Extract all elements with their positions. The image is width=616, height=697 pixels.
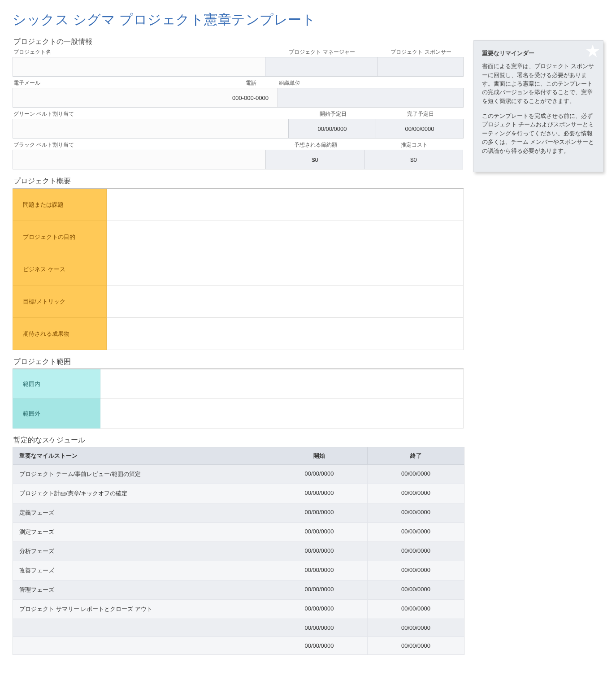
label-org-unit: 組織単位 (278, 79, 464, 88)
sched-col-end: 終了 (368, 447, 464, 465)
table-row: プロジェクト サマリー レポートとクローズ アウト00/00/000000/00… (13, 600, 464, 619)
table-row: 定義フェーズ00/00/000000/00/0000 (13, 503, 464, 523)
table-row: 00/00/000000/00/0000 (13, 619, 464, 637)
scope-out-value[interactable] (100, 399, 464, 429)
end-date-field[interactable] (376, 119, 464, 139)
start-cell[interactable]: 00/00/0000 (271, 600, 368, 619)
start-cell[interactable]: 00/00/0000 (271, 580, 368, 600)
table-row: 00/00/000000/00/0000 (13, 637, 464, 655)
milestone-cell[interactable]: プロジェクト サマリー レポートとクローズ アウト (13, 600, 271, 619)
project-sponsor-field[interactable] (377, 57, 464, 77)
scope-in-value[interactable] (100, 369, 464, 399)
overview-label: 目標/メトリック (13, 286, 107, 318)
label-green-belt: グリーン ベルト割り当て (13, 110, 289, 119)
green-belt-field[interactable] (13, 119, 289, 139)
start-date-field[interactable] (289, 119, 376, 139)
page-title: シックス シグマ プロジェクト憲章テンプレート (13, 11, 603, 29)
email-field[interactable] (13, 88, 223, 108)
label-black-belt: ブラック ベルト割り当て (13, 141, 266, 150)
overview-label: 問題または課題 (13, 189, 107, 221)
scope-table: 範囲内 範囲外 (13, 368, 464, 429)
milestone-cell[interactable]: 定義フェーズ (13, 503, 271, 523)
start-cell[interactable]: 00/00/0000 (271, 523, 368, 542)
start-cell[interactable]: 00/00/0000 (271, 637, 368, 655)
overview-label: プロジェクトの目的 (13, 221, 107, 253)
savings-field[interactable] (266, 150, 364, 169)
reminder-panel: ★ 重要なリマインダー 書面による憲章は、プロジェクト スポンサーに回覧し、署名… (473, 40, 603, 172)
end-cell[interactable]: 00/00/0000 (368, 465, 464, 484)
project-name-field[interactable] (13, 57, 265, 77)
table-row: プロジェクト計画/憲章/キックオフの確定00/00/000000/00/0000 (13, 484, 464, 503)
label-project-manager: プロジェクト マネージャー (265, 48, 377, 57)
overview-value[interactable] (107, 253, 464, 286)
reminder-text: 書面による憲章は、プロジェクト スポンサーに回覧し、署名を受ける必要があります。… (482, 62, 595, 106)
milestone-cell[interactable]: 測定フェーズ (13, 523, 271, 542)
star-icon: ★ (585, 43, 600, 60)
end-cell[interactable]: 00/00/0000 (368, 637, 464, 655)
sched-col-milestone: 重要なマイルストーン (13, 447, 271, 465)
milestone-cell[interactable] (13, 637, 271, 655)
black-belt-field[interactable] (13, 150, 266, 169)
project-manager-field[interactable] (265, 57, 377, 77)
label-start-date: 開始予定日 (289, 110, 376, 119)
scope-in-label: 範囲内 (13, 369, 100, 399)
table-row: 測定フェーズ00/00/000000/00/0000 (13, 523, 464, 542)
milestone-cell[interactable]: プロジェクト計画/憲章/キックオフの確定 (13, 484, 271, 503)
table-row: 分析フェーズ00/00/000000/00/0000 (13, 542, 464, 561)
table-row: 改善フェーズ00/00/000000/00/0000 (13, 561, 464, 580)
end-cell[interactable]: 00/00/0000 (368, 600, 464, 619)
overview-value[interactable] (107, 189, 464, 221)
scope-out-label: 範囲外 (13, 399, 100, 429)
overview-label: 期待される成果物 (13, 318, 107, 350)
label-end-date: 完了予定日 (376, 110, 464, 119)
end-cell[interactable]: 00/00/0000 (368, 503, 464, 523)
phone-field[interactable] (223, 88, 278, 108)
end-cell[interactable]: 00/00/0000 (368, 523, 464, 542)
schedule-table: 重要なマイルストーン 開始 終了 プロジェクト チーム/事前レビュー/範囲の策定… (13, 447, 464, 655)
sched-col-start: 開始 (271, 447, 368, 465)
table-row: プロジェクト チーム/事前レビュー/範囲の策定00/00/000000/00/0… (13, 465, 464, 484)
label-project-name: プロジェクト名 (13, 48, 265, 57)
start-cell[interactable]: 00/00/0000 (271, 503, 368, 523)
label-savings: 予想される節約額 (266, 141, 364, 150)
reminder-text: このテンプレートを完成させる前に、必ずプロジェクト チームおよびスポンサーとミー… (482, 112, 595, 156)
reminder-title: 重要なリマインダー (482, 49, 595, 58)
milestone-cell[interactable]: 分析フェーズ (13, 542, 271, 561)
label-project-sponsor: プロジェクト スポンサー (377, 48, 464, 57)
start-cell[interactable]: 00/00/0000 (271, 484, 368, 503)
label-email: 電子メール (13, 79, 223, 88)
start-cell[interactable]: 00/00/0000 (271, 542, 368, 561)
overview-value[interactable] (107, 221, 464, 253)
label-phone: 電話 (223, 79, 278, 88)
milestone-cell[interactable]: 改善フェーズ (13, 561, 271, 580)
milestone-cell[interactable] (13, 619, 271, 637)
start-cell[interactable]: 00/00/0000 (271, 561, 368, 580)
label-cost: 推定コスト (364, 141, 463, 150)
overview-value[interactable] (107, 286, 464, 318)
cost-field[interactable] (364, 150, 463, 169)
end-cell[interactable]: 00/00/0000 (368, 561, 464, 580)
org-unit-field[interactable] (278, 88, 464, 108)
end-cell[interactable]: 00/00/0000 (368, 619, 464, 637)
overview-table: 問題または課題 プロジェクトの目的 ビジネス ケース 目標/メトリック 期待され… (13, 188, 464, 350)
start-cell[interactable]: 00/00/0000 (271, 619, 368, 637)
end-cell[interactable]: 00/00/0000 (368, 484, 464, 503)
end-cell[interactable]: 00/00/0000 (368, 580, 464, 600)
milestone-cell[interactable]: プロジェクト チーム/事前レビュー/範囲の策定 (13, 465, 271, 484)
section-schedule: 暫定的なスケジュール (13, 436, 603, 445)
overview-value[interactable] (107, 318, 464, 350)
end-cell[interactable]: 00/00/0000 (368, 542, 464, 561)
start-cell[interactable]: 00/00/0000 (271, 465, 368, 484)
overview-label: ビジネス ケース (13, 253, 107, 286)
section-scope: プロジェクト範囲 (13, 357, 603, 367)
table-row: 管理フェーズ00/00/000000/00/0000 (13, 580, 464, 600)
section-overview: プロジェクト概要 (13, 177, 603, 186)
milestone-cell[interactable]: 管理フェーズ (13, 580, 271, 600)
